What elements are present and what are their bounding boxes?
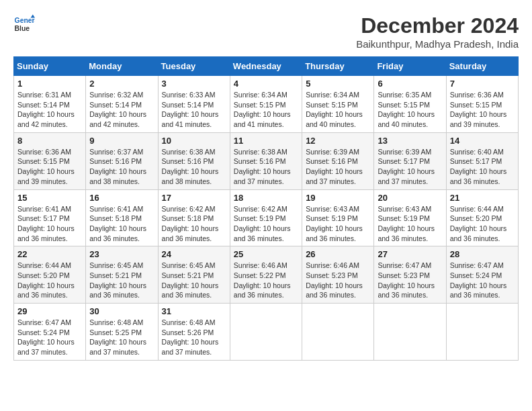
table-row: 7 Sunrise: 6:36 AMSunset: 5:15 PMDayligh… xyxy=(446,76,518,133)
day-number: 19 xyxy=(306,193,370,203)
header-sunday: Sunday xyxy=(14,57,86,76)
header-wednesday: Wednesday xyxy=(230,57,302,76)
day-info: Sunrise: 6:47 AMSunset: 5:24 PMDaylight:… xyxy=(450,261,507,299)
table-row: 24 Sunrise: 6:45 AMSunset: 5:21 PMDaylig… xyxy=(158,246,230,304)
table-row: 19 Sunrise: 6:43 AMSunset: 5:19 PMDaylig… xyxy=(302,189,374,246)
table-row xyxy=(446,304,518,361)
table-row: 2 Sunrise: 6:32 AMSunset: 5:14 PMDayligh… xyxy=(86,76,158,133)
table-row: 14 Sunrise: 6:40 AMSunset: 5:17 PMDaylig… xyxy=(446,132,518,189)
day-info: Sunrise: 6:42 AMSunset: 5:18 PMDaylight:… xyxy=(162,205,219,242)
calendar-subtitle: Baikunthpur, Madhya Pradesh, India xyxy=(356,38,519,50)
table-row: 6 Sunrise: 6:35 AMSunset: 5:15 PMDayligh… xyxy=(374,76,446,133)
day-number: 26 xyxy=(306,249,370,259)
day-info: Sunrise: 6:45 AMSunset: 5:21 PMDaylight:… xyxy=(89,261,146,299)
day-number: 25 xyxy=(234,249,298,259)
day-info: Sunrise: 6:38 AMSunset: 5:16 PMDaylight:… xyxy=(234,148,291,185)
table-row: 1 Sunrise: 6:31 AMSunset: 5:14 PMDayligh… xyxy=(14,76,86,133)
calendar-title: December 2024 xyxy=(356,13,519,38)
page-header: General Blue December 2024 Baikunthpur, … xyxy=(13,13,519,50)
day-info: Sunrise: 6:40 AMSunset: 5:17 PMDaylight:… xyxy=(450,148,507,185)
day-info: Sunrise: 6:38 AMSunset: 5:16 PMDaylight:… xyxy=(162,148,219,185)
header-tuesday: Tuesday xyxy=(158,57,230,76)
table-row: 21 Sunrise: 6:44 AMSunset: 5:20 PMDaylig… xyxy=(446,189,518,246)
header-friday: Friday xyxy=(374,57,446,76)
day-number: 11 xyxy=(234,136,298,146)
table-row: 12 Sunrise: 6:39 AMSunset: 5:16 PMDaylig… xyxy=(302,132,374,189)
svg-marker-2 xyxy=(31,15,35,18)
day-number: 28 xyxy=(450,249,515,259)
table-row: 23 Sunrise: 6:45 AMSunset: 5:21 PMDaylig… xyxy=(86,246,158,304)
calendar-week-row: 22 Sunrise: 6:44 AMSunset: 5:20 PMDaylig… xyxy=(14,246,519,304)
table-row: 13 Sunrise: 6:39 AMSunset: 5:17 PMDaylig… xyxy=(374,132,446,189)
table-row: 4 Sunrise: 6:34 AMSunset: 5:15 PMDayligh… xyxy=(230,76,302,133)
table-row: 30 Sunrise: 6:48 AMSunset: 5:25 PMDaylig… xyxy=(86,304,158,361)
table-row: 28 Sunrise: 6:47 AMSunset: 5:24 PMDaylig… xyxy=(446,246,518,304)
day-info: Sunrise: 6:32 AMSunset: 5:14 PMDaylight:… xyxy=(89,91,146,128)
day-info: Sunrise: 6:31 AMSunset: 5:14 PMDaylight:… xyxy=(17,91,75,128)
day-info: Sunrise: 6:34 AMSunset: 5:15 PMDaylight:… xyxy=(306,91,363,128)
day-number: 8 xyxy=(17,136,82,146)
table-row: 20 Sunrise: 6:43 AMSunset: 5:19 PMDaylig… xyxy=(374,189,446,246)
weekday-header-row: Sunday Monday Tuesday Wednesday Thursday… xyxy=(14,57,519,76)
table-row: 18 Sunrise: 6:42 AMSunset: 5:19 PMDaylig… xyxy=(230,189,302,246)
day-number: 3 xyxy=(162,79,226,89)
day-number: 18 xyxy=(234,193,298,203)
header-monday: Monday xyxy=(86,57,158,76)
header-saturday: Saturday xyxy=(446,57,518,76)
table-row: 9 Sunrise: 6:37 AMSunset: 5:16 PMDayligh… xyxy=(86,132,158,189)
day-info: Sunrise: 6:46 AMSunset: 5:22 PMDaylight:… xyxy=(234,261,291,299)
day-info: Sunrise: 6:48 AMSunset: 5:26 PMDaylight:… xyxy=(162,318,219,356)
day-info: Sunrise: 6:44 AMSunset: 5:20 PMDaylight:… xyxy=(450,205,507,242)
day-info: Sunrise: 6:48 AMSunset: 5:25 PMDaylight:… xyxy=(89,318,146,356)
day-info: Sunrise: 6:41 AMSunset: 5:18 PMDaylight:… xyxy=(89,205,146,242)
day-number: 24 xyxy=(162,249,226,259)
day-number: 17 xyxy=(162,193,226,203)
table-row: 3 Sunrise: 6:33 AMSunset: 5:14 PMDayligh… xyxy=(158,76,230,133)
day-number: 20 xyxy=(378,193,442,203)
table-row: 17 Sunrise: 6:42 AMSunset: 5:18 PMDaylig… xyxy=(158,189,230,246)
day-info: Sunrise: 6:41 AMSunset: 5:17 PMDaylight:… xyxy=(17,205,75,242)
calendar-week-row: 15 Sunrise: 6:41 AMSunset: 5:17 PMDaylig… xyxy=(14,189,519,246)
day-info: Sunrise: 6:45 AMSunset: 5:21 PMDaylight:… xyxy=(162,261,219,299)
day-info: Sunrise: 6:37 AMSunset: 5:16 PMDaylight:… xyxy=(89,148,146,185)
day-number: 29 xyxy=(17,306,82,316)
table-row xyxy=(302,304,374,361)
day-info: Sunrise: 6:43 AMSunset: 5:19 PMDaylight:… xyxy=(306,205,363,242)
table-row xyxy=(374,304,446,361)
table-row: 15 Sunrise: 6:41 AMSunset: 5:17 PMDaylig… xyxy=(14,189,86,246)
day-number: 7 xyxy=(450,79,515,89)
day-number: 13 xyxy=(378,136,442,146)
day-number: 6 xyxy=(378,79,442,89)
day-number: 2 xyxy=(89,79,154,89)
day-info: Sunrise: 6:42 AMSunset: 5:19 PMDaylight:… xyxy=(234,205,291,242)
header-thursday: Thursday xyxy=(302,57,374,76)
day-info: Sunrise: 6:47 AMSunset: 5:24 PMDaylight:… xyxy=(17,318,75,356)
day-number: 31 xyxy=(162,306,226,316)
day-info: Sunrise: 6:36 AMSunset: 5:15 PMDaylight:… xyxy=(17,148,75,185)
day-info: Sunrise: 6:47 AMSunset: 5:23 PMDaylight:… xyxy=(378,261,435,299)
day-number: 30 xyxy=(89,306,154,316)
day-info: Sunrise: 6:33 AMSunset: 5:14 PMDaylight:… xyxy=(162,91,219,128)
day-number: 5 xyxy=(306,79,370,89)
day-info: Sunrise: 6:39 AMSunset: 5:16 PMDaylight:… xyxy=(306,148,363,185)
table-row: 16 Sunrise: 6:41 AMSunset: 5:18 PMDaylig… xyxy=(86,189,158,246)
table-row: 11 Sunrise: 6:38 AMSunset: 5:16 PMDaylig… xyxy=(230,132,302,189)
day-info: Sunrise: 6:36 AMSunset: 5:15 PMDaylight:… xyxy=(450,91,507,128)
logo: General Blue xyxy=(13,13,35,35)
svg-text:General: General xyxy=(15,17,35,24)
table-row: 29 Sunrise: 6:47 AMSunset: 5:24 PMDaylig… xyxy=(14,304,86,361)
calendar-week-row: 1 Sunrise: 6:31 AMSunset: 5:14 PMDayligh… xyxy=(14,76,519,133)
table-row: 8 Sunrise: 6:36 AMSunset: 5:15 PMDayligh… xyxy=(14,132,86,189)
day-info: Sunrise: 6:34 AMSunset: 5:15 PMDaylight:… xyxy=(234,91,291,128)
table-row: 26 Sunrise: 6:46 AMSunset: 5:23 PMDaylig… xyxy=(302,246,374,304)
day-number: 14 xyxy=(450,136,515,146)
day-number: 16 xyxy=(89,193,154,203)
table-row: 27 Sunrise: 6:47 AMSunset: 5:23 PMDaylig… xyxy=(374,246,446,304)
day-number: 27 xyxy=(378,249,442,259)
table-row: 5 Sunrise: 6:34 AMSunset: 5:15 PMDayligh… xyxy=(302,76,374,133)
day-info: Sunrise: 6:39 AMSunset: 5:17 PMDaylight:… xyxy=(378,148,435,185)
day-number: 1 xyxy=(17,79,82,89)
day-info: Sunrise: 6:44 AMSunset: 5:20 PMDaylight:… xyxy=(17,261,75,299)
title-area: December 2024 Baikunthpur, Madhya Prades… xyxy=(356,13,519,50)
calendar-week-row: 8 Sunrise: 6:36 AMSunset: 5:15 PMDayligh… xyxy=(14,132,519,189)
